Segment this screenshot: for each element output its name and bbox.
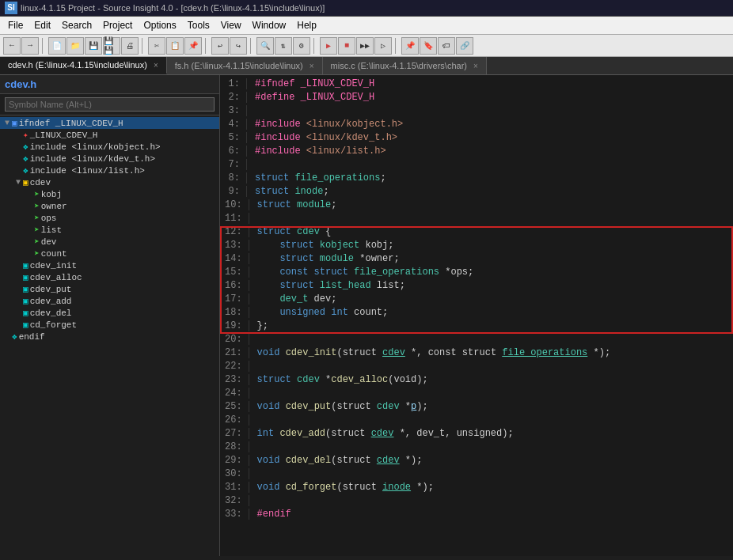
run-button[interactable]: ▶ xyxy=(320,37,337,55)
paste-button[interactable]: 📌 xyxy=(184,37,202,55)
tree-item-kobj[interactable]: ➤ kobj xyxy=(0,188,219,200)
menu-item-help[interactable]: Help xyxy=(292,18,321,32)
redo-button[interactable]: ↪ xyxy=(230,37,247,55)
code-line-15: 15: const struct file_operations *ops; xyxy=(220,267,733,280)
menu-item-search[interactable]: Search xyxy=(57,18,97,32)
code-line-2: 2:#define _LINUX_CDEV_H xyxy=(220,92,733,105)
settings-button[interactable]: ⚙ xyxy=(293,37,310,55)
line-content-5: #include <linux/kdev_t.h> xyxy=(253,132,399,143)
tree-label-cdev_del: cdev_del xyxy=(30,308,72,318)
line-number-14: 14: xyxy=(220,253,249,264)
line-content-24 xyxy=(256,388,264,399)
code-line-25: 25:void cdev_put(struct cdev *p); xyxy=(220,401,733,414)
code-editor[interactable]: 1:#ifndef _LINUX_CDEV_H2:#define _LINUX_… xyxy=(220,75,733,556)
open-button[interactable]: 📁 xyxy=(66,37,84,55)
tab-1[interactable]: fs.h (E:\linux-4.1.15\include\linux)× xyxy=(167,57,323,74)
tree-label-kobj: kobj xyxy=(41,190,62,199)
tab-close-icon-0[interactable]: × xyxy=(154,61,158,70)
line-number-24: 24: xyxy=(220,388,249,399)
ref-button[interactable]: 🔗 xyxy=(456,37,473,55)
line-number-21: 21: xyxy=(220,347,249,358)
debug-button[interactable]: ▶▶ xyxy=(356,37,374,55)
sidebar: cdev.h ▼▣ ifndef _LINUX_CDEV_H ✦ _LINUX_… xyxy=(0,75,220,556)
line-content-26 xyxy=(256,414,264,426)
zoom-in-button[interactable]: 🔍 xyxy=(256,37,274,55)
line-number-22: 22: xyxy=(220,361,249,372)
tree-item-endif[interactable]: ❖ endif xyxy=(0,331,219,342)
tree-item-cdev[interactable]: ▼▣ cdev xyxy=(0,176,219,188)
line-number-17: 17: xyxy=(220,293,249,305)
step-button[interactable]: ▷ xyxy=(374,37,392,55)
tab-close-icon-2[interactable]: × xyxy=(473,62,478,70)
menu-item-options[interactable]: Options xyxy=(139,18,180,32)
tree-item-list[interactable]: ➤ list xyxy=(0,224,219,236)
tree-icon-list: ➤ xyxy=(34,225,40,235)
menu-item-window[interactable]: Window xyxy=(248,18,291,32)
tree-item-_LINUX_CDEV_H[interactable]: ✦ _LINUX_CDEV_H xyxy=(0,129,219,141)
code-line-7: 7: xyxy=(220,159,733,172)
menu-item-tools[interactable]: Tools xyxy=(183,18,215,32)
tree-item-cdev_init[interactable]: ▣ cdev_init xyxy=(0,259,219,271)
tree-icon-cdev: ▣ xyxy=(23,177,28,187)
tree-item-cdev_del[interactable]: ▣ cdev_del xyxy=(0,307,219,319)
tree-item-dev[interactable]: ➤ dev xyxy=(0,236,219,248)
tree-item-include_kobject[interactable]: ❖ include <linux/kobject.h> xyxy=(0,141,219,153)
new-button[interactable]: 📄 xyxy=(48,37,66,55)
tree-item-count[interactable]: ➤ count xyxy=(0,248,219,259)
back-button[interactable]: ← xyxy=(3,37,21,55)
tree-item-cdev_add[interactable]: ▣ cdev_add xyxy=(0,295,219,307)
tag-button[interactable]: 🏷 xyxy=(438,37,455,55)
tab-0[interactable]: cdev.h (E:\linux-4.1.15\include\linux)× xyxy=(0,57,167,74)
search-input[interactable] xyxy=(5,97,215,112)
tree-item-ops[interactable]: ➤ ops xyxy=(0,212,219,224)
save-all-button[interactable]: 💾💾 xyxy=(103,37,120,55)
tree-icon-endif: ❖ xyxy=(12,331,17,342)
tree-item-cdev_alloc[interactable]: ▣ cdev_alloc xyxy=(0,271,219,283)
line-content-7 xyxy=(253,159,262,170)
tree-icon-include_kobject: ❖ xyxy=(23,142,28,152)
sync-button[interactable]: ⇅ xyxy=(275,37,292,55)
tree-item-include_list[interactable]: ❖ include <linux/list.h> xyxy=(0,165,219,176)
line-number-5: 5: xyxy=(220,132,247,143)
line-content-28 xyxy=(256,441,264,452)
tree-label-list: list xyxy=(41,225,62,235)
tree-icon-include_list: ❖ xyxy=(23,165,28,176)
code-line-30: 30: xyxy=(220,468,733,482)
tab-2[interactable]: misc.c (E:\linux-4.1.15\drivers\char)× xyxy=(323,57,487,74)
tree-expand-ifdef_LINUX_CDEV_H[interactable]: ▼ xyxy=(3,119,11,127)
toolbar-view: 🔍 ⇅ ⚙ xyxy=(256,37,310,55)
print-button[interactable]: 🖨 xyxy=(121,37,139,55)
line-content-29: void cdev_del(struct cdev *); xyxy=(256,455,424,466)
tree-item-cd_forget[interactable]: ▣ cd_forget xyxy=(0,319,219,331)
tree-item-ifdef_LINUX_CDEV_H[interactable]: ▼▣ ifndef _LINUX_CDEV_H xyxy=(0,117,219,129)
tree-item-include_kdev[interactable]: ❖ include <linux/kdev_t.h> xyxy=(0,153,219,165)
bookmark-button[interactable]: 🔖 xyxy=(420,37,437,55)
tab-close-icon-1[interactable]: × xyxy=(310,62,314,70)
code-line-31: 31:void cd_forget(struct inode *); xyxy=(220,482,733,495)
line-content-2: #define _LINUX_CDEV_H xyxy=(253,92,376,103)
menu-item-edit[interactable]: Edit xyxy=(29,18,55,32)
mark-button[interactable]: 📌 xyxy=(401,37,419,55)
line-number-9: 9: xyxy=(220,186,247,197)
tree-item-cdev_put[interactable]: ▣ cdev_put xyxy=(0,283,219,295)
line-content-22 xyxy=(256,361,264,372)
copy-button[interactable]: 📋 xyxy=(166,37,184,55)
save-button[interactable]: 💾 xyxy=(85,37,102,55)
code-line-28: 28: xyxy=(220,441,733,455)
menu-item-view[interactable]: View xyxy=(216,18,246,32)
line-number-15: 15: xyxy=(220,267,249,278)
menu-item-project[interactable]: Project xyxy=(98,18,137,32)
toolbar-extra: 📌 🔖 🏷 🔗 xyxy=(401,37,473,55)
tree-icon-ops: ➤ xyxy=(34,213,40,223)
menu-item-file[interactable]: File xyxy=(3,18,28,32)
cut-button[interactable]: ✄ xyxy=(148,37,165,55)
code-line-32: 32: xyxy=(220,495,733,509)
line-content-3 xyxy=(253,105,262,116)
forward-button[interactable]: → xyxy=(21,37,39,55)
undo-button[interactable]: ↩ xyxy=(211,37,229,55)
tree-expand-cdev[interactable]: ▼ xyxy=(14,178,22,187)
code-line-29: 29:void cdev_del(struct cdev *); xyxy=(220,455,733,468)
app-icon: SI xyxy=(5,2,17,14)
stop-button[interactable]: ■ xyxy=(338,37,355,55)
tree-item-owner[interactable]: ➤ owner xyxy=(0,200,219,212)
